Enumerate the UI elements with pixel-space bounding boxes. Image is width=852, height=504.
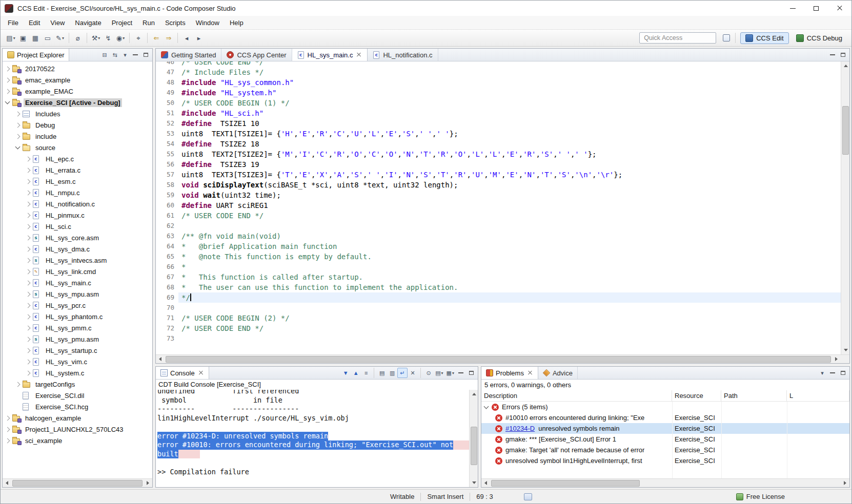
- editor-tab-ccs-app-center[interactable]: CCS App Center: [221, 49, 292, 61]
- tree-expander-icon[interactable]: [26, 325, 31, 330]
- scroll-right-icon[interactable]: [832, 355, 841, 364]
- tree-expander-icon[interactable]: [5, 438, 10, 443]
- column-path[interactable]: Path: [721, 390, 787, 401]
- tree-expander-icon[interactable]: [26, 280, 31, 285]
- tree-expander-icon[interactable]: [5, 427, 10, 432]
- maximize-view-icon[interactable]: [140, 50, 151, 60]
- editor-tab-hl-notification-c[interactable]: cHL_notification.c: [368, 49, 438, 61]
- code-line-62[interactable]: 62: [156, 221, 841, 231]
- maximize-view-icon[interactable]: [466, 368, 476, 378]
- menu-help[interactable]: Help: [225, 19, 249, 27]
- tree-item-hl-errata-c[interactable]: cHL_errata.c: [3, 164, 152, 176]
- problem-row[interactable]: #10010 errors encountered during linking…: [481, 412, 849, 423]
- tree-expander-icon[interactable]: [5, 89, 10, 94]
- tree-expander-icon[interactable]: [26, 359, 31, 364]
- tree-expander-icon[interactable]: [5, 66, 10, 71]
- console-line[interactable]: >> Compilation failure: [157, 468, 469, 477]
- tree-item-hl-sci-c[interactable]: cHL_sci.c: [3, 221, 152, 232]
- close-icon[interactable]: [198, 370, 204, 376]
- build-icon[interactable]: ⚒▾: [90, 32, 102, 44]
- tree-item-hl-sys-dma-c[interactable]: cHL_sys_dma.c: [3, 243, 152, 255]
- tree-expander-icon[interactable]: [26, 269, 31, 274]
- perspective-ccs-edit[interactable]: CCS Edit: [740, 32, 788, 44]
- console-line[interactable]: lin1HighLevelInterrupt ./source/HL_sys_v…: [157, 414, 469, 423]
- tree-expander-icon[interactable]: [26, 179, 31, 184]
- code-line-57[interactable]: 57uint8 TEXT3[TSIZE3]= {'T','E','X','A',…: [156, 170, 841, 180]
- code-line-53[interactable]: 53uint8 TEXT1[TSIZE1]= {'H','E','R','C',…: [156, 129, 841, 139]
- code-line-60[interactable]: 60#define UART sciREG1: [156, 200, 841, 211]
- tree-expander-icon[interactable]: [26, 370, 31, 375]
- console-line[interactable]: symbol in file: [157, 396, 469, 405]
- tree-item-hl-nmpu-c[interactable]: cHL_nmpu.c: [3, 187, 152, 198]
- tree-expander-icon[interactable]: [26, 167, 31, 173]
- menu-navigate[interactable]: Navigate: [70, 19, 106, 27]
- view-menu-icon[interactable]: ▾: [120, 50, 130, 60]
- code-line-65[interactable]: 65* @note This function is empty by defa…: [156, 251, 841, 262]
- tree-item-hl-system-c[interactable]: cHL_system.c: [3, 367, 152, 379]
- minimize-button[interactable]: [781, 1, 804, 16]
- tree-item-hl-sys-mpu-asm[interactable]: sHL_sys_mpu.asm: [3, 288, 152, 300]
- maximize-view-icon[interactable]: [838, 50, 848, 60]
- tree-item-hl-sys-startup-c[interactable]: cHL_sys_startup.c: [3, 345, 152, 356]
- menu-scripts[interactable]: Scripts: [160, 19, 191, 27]
- column-description[interactable]: Description: [481, 390, 672, 401]
- tree-expander-icon[interactable]: [26, 156, 31, 161]
- menu-project[interactable]: Project: [107, 19, 137, 27]
- console-line[interactable]: error #10010: errors encountered during …: [157, 440, 469, 450]
- code-editor[interactable]: 46/* USER CODE END */47/* Include Files …: [156, 61, 841, 354]
- maximize-button[interactable]: [804, 1, 828, 16]
- tree-item-hl-sys-pmm-c[interactable]: cHL_sys_pmm.c: [3, 322, 152, 333]
- tree-expander-icon[interactable]: [15, 122, 21, 128]
- editor-tab-hl-sys-main-c[interactable]: cHL_sys_main.c: [292, 49, 368, 61]
- tree-expander-icon[interactable]: [5, 77, 10, 82]
- tree-expander-icon[interactable]: [26, 246, 31, 251]
- console-line[interactable]: [157, 423, 469, 432]
- tree-item-exercise-sci-hcg[interactable]: Exercise_SCI.hcg: [3, 401, 152, 412]
- save-icon[interactable]: ▣: [17, 32, 29, 44]
- tree-expander-icon[interactable]: [26, 201, 31, 206]
- terminal-icon[interactable]: ▭: [42, 32, 54, 44]
- tree-item-halcogen-example[interactable]: halcogen_example: [3, 412, 152, 424]
- code-line-72[interactable]: 72/* USER CODE END */: [156, 323, 841, 333]
- scroll-left-icon[interactable]: [156, 355, 165, 364]
- search-icon[interactable]: ⌀: [72, 32, 84, 44]
- tree-expander-icon[interactable]: [26, 224, 31, 229]
- tree-expander-icon[interactable]: [26, 291, 31, 297]
- tree-item-hl-sys-main-c[interactable]: cHL_sys_main.c: [3, 277, 152, 288]
- tree-item-debug[interactable]: Debug: [3, 119, 152, 131]
- console-line[interactable]: built: [157, 450, 469, 459]
- scroll-down-icon[interactable]: [841, 346, 849, 354]
- minimize-view-icon[interactable]: [827, 50, 838, 60]
- menu-edit[interactable]: Edit: [24, 19, 45, 27]
- tab-problems[interactable]: Problems: [481, 367, 538, 379]
- tree-expander-icon[interactable]: [26, 258, 31, 263]
- problem-link[interactable]: #10234-D: [505, 425, 535, 432]
- display-selected-console-icon[interactable]: ▤▾: [434, 368, 444, 378]
- new-file-icon[interactable]: ▤▾: [5, 32, 17, 44]
- flash-icon[interactable]: ↯: [102, 32, 114, 44]
- console-output[interactable]: undefined first referenced symbol in fil…: [156, 390, 469, 487]
- tree-expander-icon[interactable]: [26, 314, 31, 319]
- problems-hscrollbar[interactable]: [481, 478, 849, 487]
- code-line-47[interactable]: 47/* Include Files */: [156, 67, 841, 77]
- scrollbar-thumb[interactable]: [491, 480, 640, 487]
- code-line-54[interactable]: 54#define TSIZE2 18: [156, 139, 841, 149]
- link-with-editor-icon[interactable]: ⇆: [110, 50, 120, 60]
- maximize-view-icon[interactable]: [838, 368, 848, 378]
- tree-expander-icon[interactable]: [15, 134, 21, 139]
- open-console-icon[interactable]: ▦▾: [445, 368, 456, 378]
- tree-item-20170522[interactable]: 20170522: [3, 63, 152, 74]
- tree-item-hl-sys-vim-c[interactable]: cHL_sys_vim.c: [3, 356, 152, 367]
- close-icon[interactable]: [527, 370, 533, 376]
- tree-item-example-emac[interactable]: example_EMAC: [3, 86, 152, 97]
- code-line-61[interactable]: 61/* USER CODE END */: [156, 211, 841, 221]
- menu-view[interactable]: View: [45, 19, 70, 27]
- tree-item-exercise-sci-dil[interactable]: Exercise_SCI.dil: [3, 390, 152, 401]
- problems-group-errors[interactable]: Errors (5 items): [481, 402, 849, 412]
- tree-item-hl-epc-c[interactable]: cHL_epc.c: [3, 153, 152, 164]
- tree-item-hl-sys-core-asm[interactable]: sHL_sys_core.asm: [3, 232, 152, 243]
- pin-console-icon[interactable]: ⊙: [423, 368, 434, 378]
- tree-expander-icon[interactable]: [484, 404, 489, 409]
- code-line-56[interactable]: 56#define TSIZE3 19: [156, 159, 841, 170]
- editor-hscrollbar[interactable]: [156, 354, 849, 363]
